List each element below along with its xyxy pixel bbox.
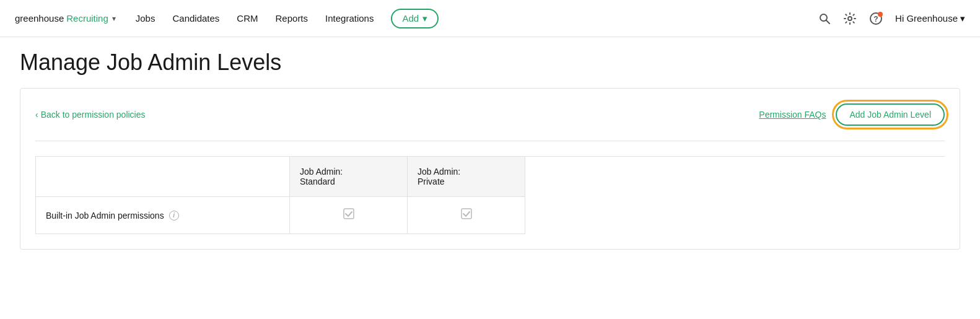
brand-chevron-icon: ▾ (112, 14, 116, 23)
nav-links: Jobs Candidates CRM Reports Integrations… (136, 9, 798, 28)
add-job-admin-level-button[interactable]: Add Job Admin Level (836, 103, 945, 126)
nav-add-button[interactable]: Add ▾ (391, 9, 439, 28)
card-header-actions: Permission FAQs Add Job Admin Level (759, 103, 945, 126)
back-to-permission-policies-link[interactable]: ‹ Back to permission policies (35, 110, 146, 120)
settings-button[interactable] (843, 12, 857, 25)
hi-user-text: Hi Greenhouse (895, 13, 958, 24)
user-chevron-icon: ▾ (960, 13, 965, 24)
table-cell-private-builtin (408, 197, 525, 234)
card-header: ‹ Back to permission policies Permission… (35, 103, 945, 126)
nav-integrations[interactable]: Integrations (325, 13, 374, 24)
checkmark-standard (343, 208, 355, 223)
info-icon[interactable]: i (169, 211, 179, 221)
brand-logo[interactable]: greenhouse Recruiting ▾ (15, 13, 116, 24)
notification-dot (878, 12, 883, 17)
card-divider (35, 141, 945, 141)
brand-recruiting-text: Recruiting (66, 13, 108, 24)
permission-faqs-link[interactable]: Permission FAQs (759, 110, 826, 120)
svg-point-2 (848, 17, 852, 20)
nav-reports[interactable]: Reports (276, 13, 308, 24)
checkmark-private (460, 208, 473, 223)
navbar: greenhouse Recruiting ▾ Jobs Candidates … (0, 0, 980, 37)
table-header-private: Job Admin:Private (408, 157, 525, 197)
nav-crm[interactable]: CRM (237, 13, 258, 24)
table-cell-standard-builtin (290, 197, 408, 234)
permissions-table: Job Admin:Standard Job Admin:Private Bui… (35, 156, 945, 234)
table-header-standard: Job Admin:Standard (290, 157, 408, 197)
main-card: ‹ Back to permission policies Permission… (20, 88, 960, 250)
page-title: Manage Job Admin Levels (20, 50, 960, 76)
nav-candidates[interactable]: Candidates (172, 13, 219, 24)
table-header-empty-cell (36, 157, 290, 197)
brand-greenhouse-text: greenhouse (15, 13, 64, 24)
nav-jobs[interactable]: Jobs (136, 13, 155, 24)
nav-right: ? Hi Greenhouse ▾ (818, 12, 965, 25)
page-content: Manage Job Admin Levels ‹ Back to permis… (0, 37, 980, 262)
help-button[interactable]: ? (869, 12, 883, 25)
table-row-builtin: Built-in Job Admin permissions i (36, 197, 290, 234)
builtin-label-text: Built-in Job Admin permissions (46, 211, 164, 221)
back-link-text: Back to permission policies (41, 110, 146, 120)
search-button[interactable] (818, 12, 831, 25)
svg-text:?: ? (873, 15, 878, 24)
user-menu[interactable]: Hi Greenhouse ▾ (895, 13, 965, 24)
back-chevron-icon: ‹ (35, 110, 38, 120)
svg-line-1 (826, 20, 830, 24)
